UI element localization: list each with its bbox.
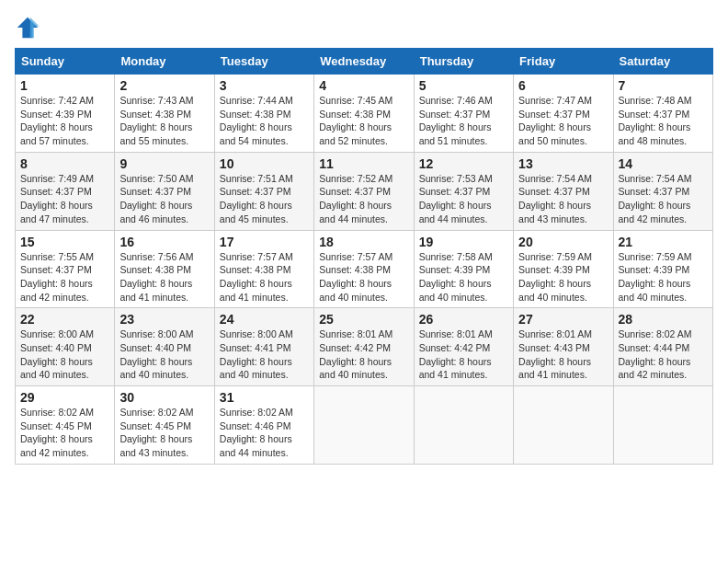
calendar-cell: 21Sunrise: 7:59 AMSunset: 4:39 PMDayligh… — [613, 230, 712, 308]
day-info: Sunrise: 8:02 AMSunset: 4:44 PMDaylight:… — [619, 327, 708, 382]
calendar-cell: 3Sunrise: 7:44 AMSunset: 4:38 PMDaylight… — [214, 75, 313, 153]
col-header-monday: Monday — [115, 49, 214, 75]
calendar-cell: 27Sunrise: 8:01 AMSunset: 4:43 PMDayligh… — [514, 308, 613, 386]
calendar-cell: 14Sunrise: 7:54 AMSunset: 4:37 PMDayligh… — [613, 152, 712, 230]
day-info: Sunrise: 7:53 AMSunset: 4:37 PMDaylight:… — [419, 172, 508, 226]
day-info: Sunrise: 7:59 AMSunset: 4:39 PMDaylight:… — [619, 250, 708, 304]
day-number: 2 — [119, 78, 209, 93]
day-info: Sunrise: 7:48 AMSunset: 4:37 PMDaylight:… — [619, 94, 708, 148]
calendar-cell: 13Sunrise: 7:54 AMSunset: 4:37 PMDayligh… — [514, 152, 613, 230]
calendar-cell — [613, 386, 712, 465]
logo-text — [15, 15, 42, 40]
day-number: 7 — [619, 78, 708, 93]
calendar-cell: 25Sunrise: 8:01 AMSunset: 4:42 PMDayligh… — [314, 308, 414, 386]
calendar-cell: 2Sunrise: 7:43 AMSunset: 4:38 PMDaylight… — [115, 75, 214, 153]
day-info: Sunrise: 7:52 AMSunset: 4:37 PMDaylight:… — [319, 172, 408, 226]
calendar-cell: 18Sunrise: 7:57 AMSunset: 4:38 PMDayligh… — [314, 230, 414, 308]
day-info: Sunrise: 7:42 AMSunset: 4:39 PMDaylight:… — [20, 94, 109, 148]
day-info: Sunrise: 7:55 AMSunset: 4:37 PMDaylight:… — [20, 250, 109, 304]
day-info: Sunrise: 7:44 AMSunset: 4:38 PMDaylight:… — [220, 94, 309, 148]
day-info: Sunrise: 7:57 AMSunset: 4:38 PMDaylight:… — [220, 250, 309, 304]
day-number: 17 — [220, 235, 309, 249]
logo — [15, 15, 42, 40]
day-info: Sunrise: 7:56 AMSunset: 4:38 PMDaylight:… — [119, 250, 209, 304]
day-number: 3 — [220, 78, 309, 93]
day-info: Sunrise: 8:01 AMSunset: 4:42 PMDaylight:… — [419, 327, 508, 382]
day-info: Sunrise: 7:54 AMSunset: 4:37 PMDaylight:… — [619, 172, 708, 226]
day-number: 22 — [20, 312, 109, 327]
col-header-tuesday: Tuesday — [214, 49, 313, 75]
day-info: Sunrise: 8:01 AMSunset: 4:43 PMDaylight:… — [518, 327, 608, 382]
day-number: 23 — [119, 312, 209, 327]
day-info: Sunrise: 8:02 AMSunset: 4:46 PMDaylight:… — [220, 406, 309, 460]
day-number: 8 — [20, 156, 109, 171]
calendar-cell: 11Sunrise: 7:52 AMSunset: 4:37 PMDayligh… — [314, 152, 414, 230]
calendar-week-row: 8Sunrise: 7:49 AMSunset: 4:37 PMDaylight… — [16, 152, 713, 230]
day-number: 19 — [419, 235, 508, 249]
calendar-cell: 26Sunrise: 8:01 AMSunset: 4:42 PMDayligh… — [414, 308, 513, 386]
calendar-week-row: 15Sunrise: 7:55 AMSunset: 4:37 PMDayligh… — [16, 230, 713, 308]
calendar-week-row: 29Sunrise: 8:02 AMSunset: 4:45 PMDayligh… — [16, 386, 713, 465]
day-info: Sunrise: 7:45 AMSunset: 4:38 PMDaylight:… — [319, 94, 408, 148]
col-header-sunday: Sunday — [16, 49, 115, 75]
day-info: Sunrise: 7:59 AMSunset: 4:39 PMDaylight:… — [518, 250, 608, 304]
calendar-cell: 30Sunrise: 8:02 AMSunset: 4:45 PMDayligh… — [115, 386, 214, 465]
calendar-cell: 16Sunrise: 7:56 AMSunset: 4:38 PMDayligh… — [115, 230, 214, 308]
day-number: 31 — [220, 390, 309, 405]
day-number: 11 — [319, 156, 408, 171]
calendar-table: SundayMondayTuesdayWednesdayThursdayFrid… — [15, 48, 713, 465]
calendar-cell: 8Sunrise: 7:49 AMSunset: 4:37 PMDaylight… — [16, 152, 115, 230]
day-number: 4 — [319, 78, 408, 93]
day-number: 24 — [220, 312, 309, 327]
day-info: Sunrise: 8:01 AMSunset: 4:42 PMDaylight:… — [319, 327, 408, 382]
day-number: 28 — [619, 312, 708, 327]
day-number: 26 — [419, 312, 508, 327]
calendar-week-row: 1Sunrise: 7:42 AMSunset: 4:39 PMDaylight… — [16, 75, 713, 153]
day-info: Sunrise: 7:54 AMSunset: 4:37 PMDaylight:… — [518, 172, 608, 226]
day-number: 18 — [319, 235, 408, 249]
day-number: 14 — [619, 156, 708, 171]
day-info: Sunrise: 8:02 AMSunset: 4:45 PMDaylight:… — [119, 406, 209, 460]
day-number: 21 — [619, 235, 708, 249]
calendar-cell: 4Sunrise: 7:45 AMSunset: 4:38 PMDaylight… — [314, 75, 414, 153]
col-header-saturday: Saturday — [613, 49, 712, 75]
calendar-cell — [314, 386, 414, 465]
day-info: Sunrise: 7:50 AMSunset: 4:37 PMDaylight:… — [119, 172, 209, 226]
day-number: 25 — [319, 312, 408, 327]
day-number: 29 — [20, 390, 109, 405]
calendar-cell: 23Sunrise: 8:00 AMSunset: 4:40 PMDayligh… — [115, 308, 214, 386]
day-number: 13 — [518, 156, 608, 171]
calendar-header-row: SundayMondayTuesdayWednesdayThursdayFrid… — [16, 49, 713, 75]
calendar-cell: 7Sunrise: 7:48 AMSunset: 4:37 PMDaylight… — [613, 75, 712, 153]
calendar-cell: 9Sunrise: 7:50 AMSunset: 4:37 PMDaylight… — [115, 152, 214, 230]
calendar-cell: 31Sunrise: 8:02 AMSunset: 4:46 PMDayligh… — [214, 386, 313, 465]
calendar-cell: 6Sunrise: 7:47 AMSunset: 4:37 PMDaylight… — [514, 75, 613, 153]
calendar-cell: 20Sunrise: 7:59 AMSunset: 4:39 PMDayligh… — [514, 230, 613, 308]
calendar-cell: 19Sunrise: 7:58 AMSunset: 4:39 PMDayligh… — [414, 230, 513, 308]
day-number: 6 — [518, 78, 608, 93]
col-header-wednesday: Wednesday — [314, 49, 414, 75]
day-number: 20 — [518, 235, 608, 249]
day-number: 30 — [119, 390, 209, 405]
col-header-friday: Friday — [514, 49, 613, 75]
day-info: Sunrise: 7:43 AMSunset: 4:38 PMDaylight:… — [119, 94, 209, 148]
day-info: Sunrise: 8:00 AMSunset: 4:41 PMDaylight:… — [220, 327, 309, 382]
calendar-cell — [414, 386, 513, 465]
day-number: 15 — [20, 235, 109, 249]
calendar-week-row: 22Sunrise: 8:00 AMSunset: 4:40 PMDayligh… — [16, 308, 713, 386]
calendar-cell: 10Sunrise: 7:51 AMSunset: 4:37 PMDayligh… — [214, 152, 313, 230]
calendar-cell: 28Sunrise: 8:02 AMSunset: 4:44 PMDayligh… — [613, 308, 712, 386]
page-header — [15, 15, 713, 40]
calendar-cell: 29Sunrise: 8:02 AMSunset: 4:45 PMDayligh… — [16, 386, 115, 465]
day-info: Sunrise: 7:47 AMSunset: 4:37 PMDaylight:… — [518, 94, 608, 148]
calendar-cell: 5Sunrise: 7:46 AMSunset: 4:37 PMDaylight… — [414, 75, 513, 153]
calendar-cell: 12Sunrise: 7:53 AMSunset: 4:37 PMDayligh… — [414, 152, 513, 230]
day-number: 9 — [119, 156, 209, 171]
col-header-thursday: Thursday — [414, 49, 513, 75]
day-info: Sunrise: 7:58 AMSunset: 4:39 PMDaylight:… — [419, 250, 508, 304]
day-info: Sunrise: 8:00 AMSunset: 4:40 PMDaylight:… — [20, 327, 109, 382]
day-number: 10 — [220, 156, 309, 171]
calendar-cell: 15Sunrise: 7:55 AMSunset: 4:37 PMDayligh… — [16, 230, 115, 308]
calendar-cell: 24Sunrise: 8:00 AMSunset: 4:41 PMDayligh… — [214, 308, 313, 386]
day-info: Sunrise: 8:02 AMSunset: 4:45 PMDaylight:… — [20, 406, 109, 460]
